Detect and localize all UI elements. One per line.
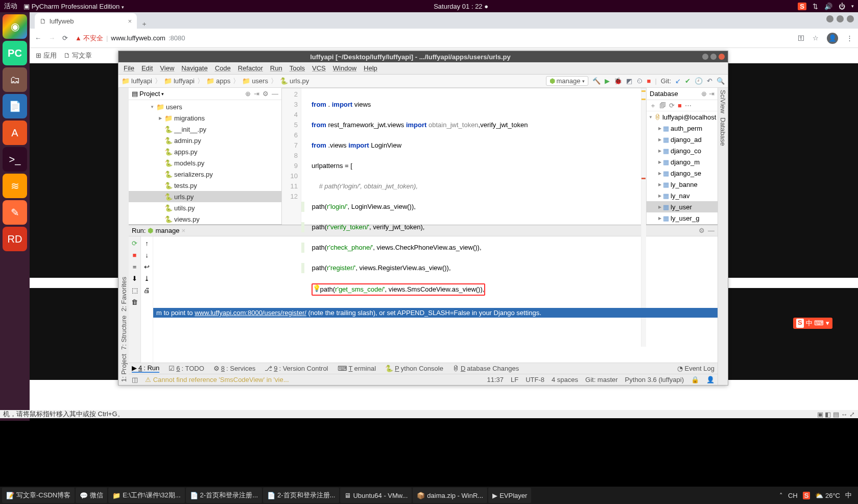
launcher-chrome-icon[interactable]: ◉ [3,14,27,39]
new-tab-button[interactable]: ＋ [137,19,151,29]
soft-wrap-icon[interactable]: ↩ [144,263,150,271]
run-config-dropdown[interactable]: ⬢manage ▾ [546,76,588,86]
launcher-files-icon[interactable]: 🗂 [3,67,27,92]
rerun-icon[interactable]: ⟳ [132,239,137,247]
git-branch[interactable]: Git: master [585,376,618,383]
menu-run[interactable]: Run [267,63,285,73]
tray-ime-icon[interactable]: CH [788,492,798,499]
tray-lang[interactable]: 中 [845,491,852,500]
power-icon[interactable]: ⏻ [839,3,845,10]
bottom-tab[interactable]: 🛢 Database Changes [452,365,519,372]
run-settings-icon[interactable]: ⚙ [699,227,705,234]
launcher-writer-icon[interactable]: 📄 [3,94,27,118]
build-icon[interactable]: 🔨 [592,77,601,85]
menu-window[interactable]: Window [330,63,360,73]
omnibox[interactable]: ▲不安全 | www.luffyweb.com:8080 [75,34,791,43]
tree-node[interactable]: 🐍tests.py [129,180,281,191]
scroll-end-icon[interactable]: ⤓ [144,275,150,282]
side-tab[interactable]: 7: Structure [120,316,128,350]
launcher-software-icon[interactable]: A [3,121,27,145]
bottom-tab[interactable]: ☑ 6: TODO [169,365,204,372]
python-interpreter[interactable]: Python 3.6 (luffyapi) [625,376,684,383]
close-tab-icon[interactable]: × [128,17,132,25]
menu-view[interactable]: View [157,63,177,73]
minimize-icon[interactable] [702,54,708,60]
side-tab[interactable]: SciView [719,90,727,113]
db-table[interactable]: ▶▦auth_perm [647,123,718,134]
stop-icon[interactable]: ■ [647,77,651,85]
debug-icon[interactable]: 🐞 [614,77,622,85]
menu-refactor[interactable]: Refactor [235,63,266,73]
db-table[interactable]: ▶▦django_m [647,156,718,167]
taskbar-item[interactable]: 📄2-首页和登录注册... [263,488,339,503]
event-log-button[interactable]: ◔ Event Log [677,365,714,372]
profile-avatar-icon[interactable]: 👤 [827,33,838,44]
chrome-tab[interactable]: 🗋 luffyweb × [35,13,137,29]
inspector-icon[interactable]: 👤 [706,376,714,383]
up-arrow-icon[interactable]: ↑ [145,239,149,247]
git-history-icon[interactable]: 🕘 [695,77,703,85]
db-settings-icon[interactable]: ⇥ [709,90,714,98]
tree-node[interactable]: 🐍models.py [129,157,281,169]
db-table[interactable]: ▶▦django_se [647,167,718,179]
db-table[interactable]: ▶▦ly_user_g [647,212,718,224]
run-hide-icon[interactable]: — [708,227,714,234]
menu-file[interactable]: File [121,63,137,73]
db-more-icon[interactable]: ⋯ [685,102,692,109]
launcher-pycharm-icon[interactable]: PC [3,41,27,65]
sogou-indicator-icon[interactable]: S [798,3,806,10]
tree-node[interactable]: 🐍utils.py [129,202,281,213]
breadcrumb-item[interactable]: apps [216,77,230,85]
db-stop-icon[interactable]: ■ [678,102,682,109]
tree-node[interactable]: 🐍admin.py [129,135,281,146]
maximize-icon[interactable] [710,54,717,60]
db-add-icon[interactable]: ⊕ [701,90,707,98]
run-layout-icon[interactable]: ⬚ [132,286,138,294]
taskbar-item[interactable]: 🖥Ubuntu64 - VMw... [340,488,412,503]
scroll-from-source-icon[interactable]: ⊕ [245,90,251,98]
profile-icon[interactable]: ⏲ [636,77,643,85]
close-icon[interactable] [719,54,725,60]
status-warning[interactable]: ⚠ Cannot find reference 'SmsCodeView' in… [145,376,289,383]
breadcrumb[interactable]: 📁luffyapi〉📁luffyapi〉📁apps〉📁users〉🐍urls.p… [122,77,309,86]
network-icon[interactable]: ⇅ [813,3,818,10]
menu-code[interactable]: Code [212,63,234,73]
breadcrumb-item[interactable]: luffyapi [131,77,152,85]
taskbar-item[interactable]: 📝写文章-CSDN博客 [2,488,75,503]
db-table[interactable]: ▶▦django_co [647,145,718,156]
menu-help[interactable]: Help [361,63,380,73]
line-ending[interactable]: LF [511,376,518,383]
breadcrumb-item[interactable]: luffyapi [174,77,195,85]
clock[interactable]: Saturday 01 : 22 [434,3,482,10]
tree-node[interactable]: 🐍serializers.py [129,169,281,180]
forward-button[interactable]: → [49,34,55,42]
breadcrumb-item[interactable]: users [252,77,268,85]
bottom-tab[interactable]: ⎇ 9: Version Control [265,365,328,372]
side-tab[interactable]: 2: Favorites [120,277,128,311]
hide-icon[interactable]: — [272,90,278,98]
apps-shortcut[interactable]: ⊞ 应用 [36,51,57,60]
menu-vcs[interactable]: VCS [309,63,329,73]
database-tree[interactable]: ▼🛢luffyapi@localhost▶▦auth_perm▶▦django_… [647,111,718,224]
right-tool-strip[interactable]: SciViewDatabase [718,88,728,385]
encoding[interactable]: UTF-8 [526,376,544,383]
status-square-icon[interactable]: ◫ [132,376,138,383]
print-icon[interactable]: 🖨 [144,286,150,294]
db-new-icon[interactable]: ＋ [650,101,656,110]
menu-edit[interactable]: Edit [138,63,156,73]
chrome-menu-icon[interactable]: ⋮ [846,34,853,42]
db-table[interactable]: ▶▦ly_nav [647,190,718,201]
caret-position[interactable]: 11:37 [487,376,504,383]
launcher-postman-icon[interactable]: ✎ [3,200,27,225]
db-refresh-icon[interactable]: ⟳ [669,102,675,109]
coverage-icon[interactable]: ◩ [626,77,632,85]
bottom-tab[interactable]: ⌨ Terminal [338,365,376,372]
git-update-icon[interactable]: ↙ [675,77,681,85]
tree-node[interactable]: 🐍views.py [129,213,281,224]
bottom-tab[interactable]: 🐍 Python Console [385,365,443,372]
activities-label[interactable]: 活动 [4,2,17,11]
run-down-icon[interactable]: ⬇ [132,275,137,282]
taskbar-item[interactable]: 📦daima.zip - WinR... [413,488,487,503]
tray-weather[interactable]: ⛅ 26°C [815,492,840,499]
bottom-tab[interactable]: ⚙ 8: Services [213,365,255,372]
